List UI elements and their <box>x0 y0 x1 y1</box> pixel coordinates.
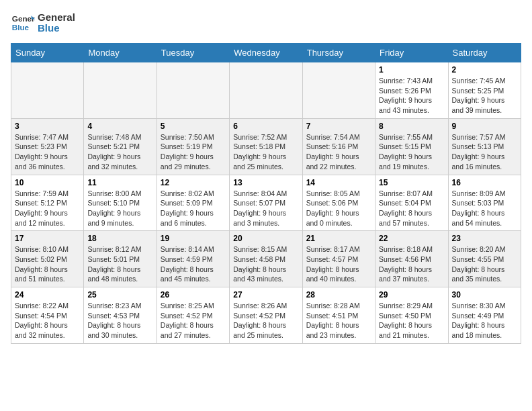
day-number: 4 <box>87 122 152 131</box>
calendar-cell: 30Sunrise: 8:30 AMSunset: 4:49 PMDayligh… <box>448 287 521 344</box>
day-info: Sunrise: 7:55 AMSunset: 5:15 PMDaylight:… <box>379 132 444 172</box>
calendar-cell: 6Sunrise: 7:52 AMSunset: 5:18 PMDaylight… <box>230 118 302 175</box>
day-number: 5 <box>161 122 226 131</box>
day-number: 2 <box>452 65 517 75</box>
day-info: Sunrise: 8:28 AMSunset: 4:51 PMDaylight:… <box>306 301 371 340</box>
calendar-cell <box>157 62 229 119</box>
day-number: 9 <box>452 122 517 131</box>
page-header: General Blue General Blue <box>11 11 521 35</box>
day-number: 18 <box>87 234 152 243</box>
day-number: 23 <box>452 234 517 243</box>
day-header-monday: Monday <box>84 44 157 62</box>
calendar-cell: 28Sunrise: 8:28 AMSunset: 4:51 PMDayligh… <box>302 287 375 344</box>
calendar-cell: 13Sunrise: 8:04 AMSunset: 5:07 PMDayligh… <box>230 175 302 231</box>
calendar-body: 1Sunrise: 7:43 AMSunset: 5:26 PMDaylight… <box>11 62 521 344</box>
calendar-cell: 10Sunrise: 7:59 AMSunset: 5:12 PMDayligh… <box>11 175 84 231</box>
day-number: 12 <box>161 178 226 187</box>
calendar-header: SundayMondayTuesdayWednesdayThursdayFrid… <box>11 44 521 62</box>
day-number: 13 <box>233 178 298 187</box>
day-info: Sunrise: 8:07 AMSunset: 5:04 PMDaylight:… <box>379 189 444 228</box>
day-number: 11 <box>87 178 152 187</box>
week-row-5: 24Sunrise: 8:22 AMSunset: 4:54 PMDayligh… <box>11 287 521 344</box>
day-info: Sunrise: 8:04 AMSunset: 5:07 PMDaylight:… <box>233 189 298 228</box>
calendar-cell: 19Sunrise: 8:14 AMSunset: 4:59 PMDayligh… <box>157 231 229 287</box>
day-info: Sunrise: 8:17 AMSunset: 4:57 PMDaylight:… <box>306 244 371 284</box>
day-header-friday: Friday <box>375 44 448 62</box>
day-number: 17 <box>15 234 80 243</box>
day-info: Sunrise: 7:43 AMSunset: 5:26 PMDaylight:… <box>379 76 444 116</box>
day-info: Sunrise: 7:47 AMSunset: 5:23 PMDaylight:… <box>15 132 80 172</box>
day-number: 28 <box>306 290 371 300</box>
calendar-cell: 12Sunrise: 8:02 AMSunset: 5:09 PMDayligh… <box>157 175 229 231</box>
calendar-cell: 3Sunrise: 7:47 AMSunset: 5:23 PMDaylight… <box>11 118 84 175</box>
calendar-cell: 1Sunrise: 7:43 AMSunset: 5:26 PMDaylight… <box>375 62 448 119</box>
calendar-cell: 5Sunrise: 7:50 AMSunset: 5:19 PMDaylight… <box>157 118 229 175</box>
day-info: Sunrise: 8:10 AMSunset: 5:02 PMDaylight:… <box>15 244 80 284</box>
day-number: 1 <box>379 65 444 75</box>
calendar-cell <box>302 62 375 119</box>
calendar-cell: 18Sunrise: 8:12 AMSunset: 5:01 PMDayligh… <box>84 231 157 287</box>
svg-text:Blue: Blue <box>12 23 30 32</box>
day-info: Sunrise: 8:20 AMSunset: 4:55 PMDaylight:… <box>452 244 517 284</box>
week-row-2: 3Sunrise: 7:47 AMSunset: 5:23 PMDaylight… <box>11 118 521 175</box>
day-info: Sunrise: 7:50 AMSunset: 5:19 PMDaylight:… <box>161 132 226 172</box>
calendar-cell: 4Sunrise: 7:48 AMSunset: 5:21 PMDaylight… <box>84 118 157 175</box>
day-info: Sunrise: 8:00 AMSunset: 5:10 PMDaylight:… <box>87 189 152 228</box>
week-row-4: 17Sunrise: 8:10 AMSunset: 5:02 PMDayligh… <box>11 231 521 287</box>
calendar-cell: 16Sunrise: 8:09 AMSunset: 5:03 PMDayligh… <box>448 175 521 231</box>
week-row-1: 1Sunrise: 7:43 AMSunset: 5:26 PMDaylight… <box>11 62 521 119</box>
day-info: Sunrise: 8:15 AMSunset: 4:58 PMDaylight:… <box>233 244 298 284</box>
day-number: 27 <box>233 290 298 300</box>
calendar-cell: 25Sunrise: 8:23 AMSunset: 4:53 PMDayligh… <box>84 287 157 344</box>
day-info: Sunrise: 7:45 AMSunset: 5:25 PMDaylight:… <box>452 76 517 116</box>
day-number: 24 <box>15 290 80 300</box>
day-number: 14 <box>306 178 371 187</box>
day-info: Sunrise: 7:59 AMSunset: 5:12 PMDaylight:… <box>15 189 80 228</box>
calendar-cell: 11Sunrise: 8:00 AMSunset: 5:10 PMDayligh… <box>84 175 157 231</box>
day-info: Sunrise: 8:23 AMSunset: 4:53 PMDaylight:… <box>87 301 152 340</box>
calendar-cell: 20Sunrise: 8:15 AMSunset: 4:58 PMDayligh… <box>230 231 302 287</box>
day-info: Sunrise: 8:25 AMSunset: 4:52 PMDaylight:… <box>161 301 226 340</box>
calendar-cell: 9Sunrise: 7:57 AMSunset: 5:13 PMDaylight… <box>448 118 521 175</box>
logo: General Blue General Blue <box>11 11 75 35</box>
calendar-cell: 21Sunrise: 8:17 AMSunset: 4:57 PMDayligh… <box>302 231 375 287</box>
day-info: Sunrise: 8:18 AMSunset: 4:56 PMDaylight:… <box>379 244 444 284</box>
logo-line2: Blue <box>38 23 75 34</box>
logo-line1: General <box>38 12 75 24</box>
day-number: 7 <box>306 122 371 131</box>
day-number: 10 <box>15 178 80 187</box>
day-number: 29 <box>379 290 444 300</box>
day-info: Sunrise: 8:22 AMSunset: 4:54 PMDaylight:… <box>15 301 80 340</box>
calendar-cell <box>11 62 84 119</box>
calendar-cell: 14Sunrise: 8:05 AMSunset: 5:06 PMDayligh… <box>302 175 375 231</box>
calendar: SundayMondayTuesdayWednesdayThursdayFrid… <box>11 43 521 344</box>
day-header-sunday: Sunday <box>11 44 84 62</box>
day-number: 3 <box>15 122 80 131</box>
day-info: Sunrise: 8:09 AMSunset: 5:03 PMDaylight:… <box>452 189 517 228</box>
day-info: Sunrise: 8:30 AMSunset: 4:49 PMDaylight:… <box>452 301 517 340</box>
day-number: 16 <box>452 178 517 187</box>
calendar-cell: 7Sunrise: 7:54 AMSunset: 5:16 PMDaylight… <box>302 118 375 175</box>
day-info: Sunrise: 7:52 AMSunset: 5:18 PMDaylight:… <box>233 132 298 172</box>
calendar-cell: 2Sunrise: 7:45 AMSunset: 5:25 PMDaylight… <box>448 62 521 119</box>
day-number: 30 <box>452 290 517 300</box>
calendar-cell: 23Sunrise: 8:20 AMSunset: 4:55 PMDayligh… <box>448 231 521 287</box>
day-number: 6 <box>233 122 298 131</box>
day-number: 21 <box>306 234 371 243</box>
day-info: Sunrise: 8:14 AMSunset: 4:59 PMDaylight:… <box>161 244 226 284</box>
day-number: 20 <box>233 234 298 243</box>
day-header-saturday: Saturday <box>448 44 521 62</box>
day-info: Sunrise: 8:02 AMSunset: 5:09 PMDaylight:… <box>161 189 226 228</box>
day-info: Sunrise: 8:05 AMSunset: 5:06 PMDaylight:… <box>306 189 371 228</box>
logo-icon: General Blue <box>11 11 35 35</box>
calendar-cell: 27Sunrise: 8:26 AMSunset: 4:52 PMDayligh… <box>230 287 302 344</box>
calendar-cell: 22Sunrise: 8:18 AMSunset: 4:56 PMDayligh… <box>375 231 448 287</box>
week-row-3: 10Sunrise: 7:59 AMSunset: 5:12 PMDayligh… <box>11 175 521 231</box>
calendar-cell: 26Sunrise: 8:25 AMSunset: 4:52 PMDayligh… <box>157 287 229 344</box>
calendar-cell: 15Sunrise: 8:07 AMSunset: 5:04 PMDayligh… <box>375 175 448 231</box>
day-number: 8 <box>379 122 444 131</box>
calendar-cell <box>84 62 157 119</box>
day-number: 22 <box>379 234 444 243</box>
day-info: Sunrise: 8:26 AMSunset: 4:52 PMDaylight:… <box>233 301 298 340</box>
calendar-cell: 29Sunrise: 8:29 AMSunset: 4:50 PMDayligh… <box>375 287 448 344</box>
